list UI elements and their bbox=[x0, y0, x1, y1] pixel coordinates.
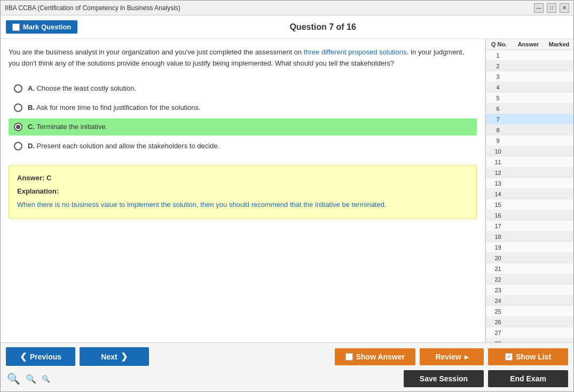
main-content: You are the business analyst in your org… bbox=[1, 39, 573, 342]
list-row[interactable]: 22 bbox=[486, 274, 573, 285]
previous-label: Previous bbox=[30, 353, 61, 361]
list-row[interactable]: 17 bbox=[486, 221, 573, 231]
list-row[interactable]: 18 bbox=[486, 231, 573, 242]
end-exam-label: End Exam bbox=[510, 374, 546, 383]
list-row[interactable]: 13 bbox=[486, 178, 573, 189]
close-button[interactable]: ✕ bbox=[560, 3, 569, 13]
explanation-label: Explanation: bbox=[17, 187, 468, 195]
review-arrow-icon: ▸ bbox=[465, 353, 468, 361]
next-button[interactable]: Next ❯ bbox=[80, 347, 149, 366]
option-c[interactable]: C. Terminate the initiative. bbox=[9, 118, 477, 135]
list-row[interactable]: 1 bbox=[486, 50, 573, 61]
list-row[interactable]: 27 bbox=[486, 327, 573, 338]
review-button[interactable]: Review ▸ bbox=[420, 348, 484, 365]
list-cell-qno: 21 bbox=[486, 266, 510, 272]
list-row[interactable]: 6 bbox=[486, 103, 573, 114]
option-d[interactable]: D. Present each solution and allow the s… bbox=[9, 138, 477, 155]
list-cell-qno: 23 bbox=[486, 287, 510, 293]
option-b-text: B. Ask for more time to find justificati… bbox=[28, 103, 201, 111]
list-cell-qno: 18 bbox=[486, 234, 510, 240]
list-cell-qno: 15 bbox=[486, 202, 510, 208]
answer-box: Answer: C Explanation: When there is no … bbox=[9, 165, 477, 219]
zoom-out-button[interactable]: 🔍 bbox=[25, 373, 37, 385]
option-a-radio[interactable] bbox=[14, 84, 22, 93]
list-row[interactable]: 25 bbox=[486, 306, 573, 317]
list-cell-qno: 1 bbox=[486, 52, 510, 59]
list-cell-qno: 16 bbox=[486, 212, 510, 219]
list-row[interactable]: 7 bbox=[486, 114, 573, 125]
save-session-button[interactable]: Save Session bbox=[404, 370, 484, 387]
list-row[interactable]: 21 bbox=[486, 263, 573, 274]
list-row[interactable]: 28 bbox=[486, 338, 573, 342]
zoom-controls: 🔍 🔍 🔍 bbox=[6, 371, 51, 386]
minimize-button[interactable]: — bbox=[534, 3, 544, 13]
list-cell-qno: 3 bbox=[486, 74, 510, 80]
main-window: IIBA CCBA (Certification of Competency i… bbox=[0, 0, 574, 392]
mark-question-button[interactable]: Mark Question bbox=[6, 20, 77, 34]
maximize-button[interactable]: □ bbox=[547, 3, 556, 13]
window-title: IIBA CCBA (Certification of Competency i… bbox=[5, 4, 180, 12]
zoom-in-button[interactable]: 🔍 bbox=[41, 374, 51, 384]
list-header: Q No. Answer Marked bbox=[486, 39, 573, 50]
show-answer-button[interactable]: Show Answer bbox=[335, 348, 415, 365]
list-header-marked: Marked bbox=[546, 41, 572, 47]
list-cell-qno: 5 bbox=[486, 95, 510, 101]
list-row[interactable]: 10 bbox=[486, 146, 573, 157]
option-b-radio[interactable] bbox=[14, 103, 22, 112]
title-bar: IIBA CCBA (Certification of Competency i… bbox=[1, 1, 573, 15]
list-cell-qno: 9 bbox=[486, 138, 510, 144]
option-b[interactable]: B. Ask for more time to find justificati… bbox=[9, 99, 477, 116]
show-answer-icon bbox=[345, 353, 353, 361]
list-row[interactable]: 20 bbox=[486, 253, 573, 263]
list-cell-qno: 6 bbox=[486, 106, 510, 112]
list-row[interactable]: 5 bbox=[486, 93, 573, 103]
show-answer-label: Show Answer bbox=[356, 353, 405, 361]
list-cell-qno: 8 bbox=[486, 127, 510, 133]
list-row[interactable]: 8 bbox=[486, 125, 573, 135]
bottom-bar: ❮ Previous Next ❯ Show Answer Review ▸ ✓… bbox=[1, 342, 573, 391]
bottom-row1: ❮ Previous Next ❯ Show Answer Review ▸ ✓… bbox=[6, 347, 568, 366]
list-row[interactable]: 15 bbox=[486, 199, 573, 210]
list-row[interactable]: 3 bbox=[486, 71, 573, 82]
review-label: Review bbox=[435, 353, 461, 361]
list-row[interactable]: 4 bbox=[486, 82, 573, 93]
list-row[interactable]: 23 bbox=[486, 285, 573, 295]
option-a[interactable]: A. Choose the least costly solution. bbox=[9, 80, 477, 97]
zoom-out-large-button[interactable]: 🔍 bbox=[6, 371, 21, 386]
list-row[interactable]: 24 bbox=[486, 295, 573, 306]
list-cell-qno: 20 bbox=[486, 255, 510, 261]
list-header-qno: Q No. bbox=[487, 41, 511, 47]
list-row[interactable]: 12 bbox=[486, 167, 573, 178]
list-cell-qno: 27 bbox=[486, 330, 510, 336]
list-cell-qno: 26 bbox=[486, 319, 510, 325]
list-cell-qno: 11 bbox=[486, 159, 510, 165]
list-cell-qno: 7 bbox=[486, 116, 510, 123]
list-row[interactable]: 26 bbox=[486, 317, 573, 327]
explanation-text: When there is no business value to imple… bbox=[17, 199, 468, 211]
list-row[interactable]: 11 bbox=[486, 157, 573, 167]
list-cell-qno: 19 bbox=[486, 244, 510, 251]
previous-button[interactable]: ❮ Previous bbox=[6, 347, 75, 366]
list-cell-qno: 10 bbox=[486, 148, 510, 155]
show-list-check-icon: ✓ bbox=[505, 353, 513, 361]
option-c-text: C. Terminate the initiative. bbox=[28, 123, 107, 131]
question-text: You are the business analyst in your org… bbox=[9, 47, 477, 69]
answer-label: Answer: C bbox=[17, 174, 468, 182]
option-d-radio[interactable] bbox=[14, 142, 22, 150]
list-cell-qno: 2 bbox=[486, 63, 510, 69]
list-row[interactable]: 19 bbox=[486, 242, 573, 253]
list-row[interactable]: 14 bbox=[486, 189, 573, 199]
list-cell-qno: 17 bbox=[486, 223, 510, 229]
end-exam-button[interactable]: End Exam bbox=[488, 370, 568, 387]
list-cell-qno: 24 bbox=[486, 298, 510, 304]
mark-question-label: Mark Question bbox=[23, 23, 71, 31]
show-list-button[interactable]: ✓ Show List bbox=[488, 348, 568, 365]
list-row[interactable]: 2 bbox=[486, 61, 573, 71]
option-c-radio[interactable] bbox=[14, 123, 22, 131]
list-cell-qno: 4 bbox=[486, 84, 510, 91]
mark-checkbox-icon bbox=[12, 23, 20, 31]
list-row[interactable]: 9 bbox=[486, 135, 573, 146]
list-cell-qno: 12 bbox=[486, 170, 510, 176]
list-row[interactable]: 16 bbox=[486, 210, 573, 221]
list-cell-qno: 14 bbox=[486, 191, 510, 197]
